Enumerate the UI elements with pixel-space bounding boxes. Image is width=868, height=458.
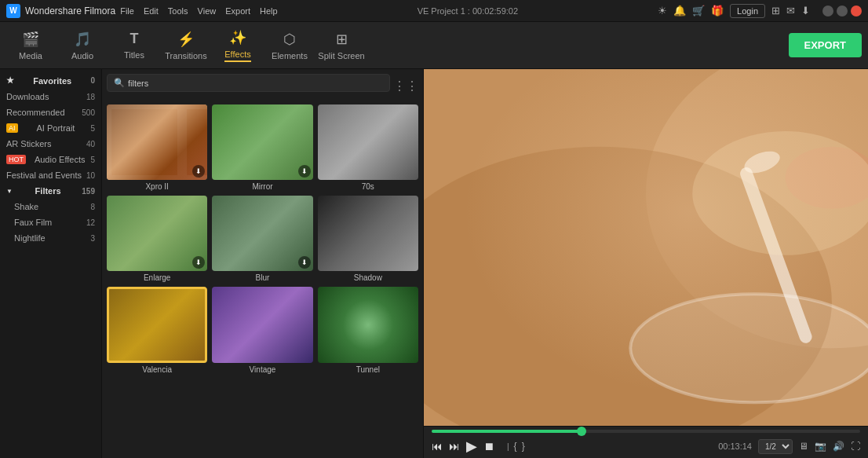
- effect-thumb-xpro: ⬇: [107, 104, 207, 180]
- login-button[interactable]: Login: [730, 4, 765, 18]
- sidebar-item-festival[interactable]: Festival and Events 10: [0, 167, 101, 183]
- close-button[interactable]: [851, 5, 862, 16]
- effects-label: Effects: [224, 49, 250, 62]
- audio-icon: 🎵: [74, 31, 91, 48]
- effect-shadow[interactable]: Shadow: [318, 196, 418, 282]
- svg-rect-4: [739, 166, 814, 345]
- sidebar-item-nightlife[interactable]: Nightlife 3: [0, 230, 101, 246]
- effect-thumb-70s: [318, 104, 418, 180]
- in-point-icon[interactable]: {: [514, 441, 517, 452]
- export-button[interactable]: EXPORT: [789, 33, 862, 57]
- effect-vintage[interactable]: Vintage: [212, 287, 312, 373]
- screenshot-icon[interactable]: 📷: [815, 441, 826, 452]
- effect-name-blur: Blur: [256, 273, 270, 282]
- effect-enlarge[interactable]: ⬇ Enlarge: [107, 196, 207, 282]
- minimize-button[interactable]: [822, 5, 833, 16]
- grid-icon[interactable]: ⊞: [771, 5, 780, 16]
- svg-point-3: [630, 294, 868, 402]
- filters-label: Filters: [35, 186, 61, 196]
- menu-tools[interactable]: Tools: [168, 6, 188, 16]
- skip-back-button[interactable]: ⏮: [432, 440, 443, 453]
- menu-edit[interactable]: Edit: [144, 6, 159, 16]
- quality-select[interactable]: 1/2 1/1 1/4: [758, 439, 793, 454]
- tool-titles[interactable]: T Titles: [110, 24, 159, 67]
- effects-icon: ✨: [229, 29, 246, 46]
- menu-help[interactable]: Help: [260, 6, 278, 16]
- sidebar-item-ai-portrait[interactable]: AI AI Portrait 5: [0, 120, 101, 136]
- mail-icon[interactable]: ✉: [786, 5, 795, 16]
- sidebar-item-shake[interactable]: Shake 8: [0, 199, 101, 214]
- tool-effects[interactable]: ✨ Effects: [213, 24, 262, 67]
- menu-export[interactable]: Export: [225, 6, 250, 16]
- bell-icon[interactable]: 🔔: [673, 5, 686, 16]
- stop-button[interactable]: ⏹: [483, 440, 494, 453]
- effect-blur[interactable]: ⬇ Blur: [212, 196, 312, 282]
- tool-splitscreen[interactable]: ⊞ Split Screen: [317, 24, 366, 67]
- effect-name-mirror: Mirror: [252, 182, 272, 191]
- step-back-button[interactable]: ⏭: [449, 440, 460, 453]
- effect-mirror[interactable]: ⬇ Mirror: [212, 104, 312, 191]
- effect-tunnel[interactable]: Tunnel: [318, 287, 418, 373]
- menu-view[interactable]: View: [198, 6, 217, 16]
- sidebar-item-ar-stickers[interactable]: AR Stickers 40: [0, 136, 101, 152]
- right-controls: | { }: [507, 441, 525, 452]
- tool-transitions[interactable]: ⚡ Transitions: [162, 24, 210, 67]
- sidebar-item-faux-film[interactable]: Faux Film 12: [0, 214, 101, 230]
- effect-valencia[interactable]: Valencia: [107, 287, 207, 373]
- titlebar-controls: ☀ 🔔 🛒 🎁 Login ⊞ ✉ ⬇: [658, 4, 862, 18]
- tool-elements[interactable]: ⬡ Elements: [265, 24, 314, 67]
- effect-name-tunnel: Tunnel: [356, 365, 380, 374]
- cart-icon[interactable]: 🛒: [692, 5, 705, 16]
- effect-name-70s: 70s: [362, 182, 374, 191]
- download-icon-blur: ⬇: [298, 256, 311, 269]
- sidebar-item-audio-effects[interactable]: HOT Audio Effects 5: [0, 152, 101, 167]
- effect-xpro[interactable]: ⬇ Xpro II: [107, 104, 207, 191]
- media-label: Media: [19, 51, 42, 60]
- svg-point-5: [742, 147, 783, 177]
- transitions-icon: ⚡: [177, 31, 195, 48]
- progress-bar[interactable]: [432, 430, 860, 433]
- effect-name-vintage: Vintage: [250, 365, 276, 374]
- search-input[interactable]: [128, 79, 383, 88]
- monitor-icon[interactable]: 🖥: [799, 441, 808, 452]
- out-point-icon[interactable]: }: [522, 441, 525, 452]
- effect-name-xpro: Xpro II: [145, 182, 168, 191]
- festival-label: Festival and Events: [6, 170, 82, 180]
- ai-badge: AI: [6, 123, 18, 133]
- grid-options-icon[interactable]: ⋮⋮: [393, 79, 418, 93]
- play-button[interactable]: ▶: [466, 438, 477, 455]
- search-bar[interactable]: 🔍: [107, 74, 390, 92]
- elements-label: Elements: [272, 51, 308, 60]
- effects-grid-inner: ⬇ Xpro II ⬇ Mirror: [107, 104, 418, 374]
- left-panel: ★ Favorites 0 Downloads 18 Recommended 5…: [0, 69, 424, 458]
- svg-point-2: [424, 147, 832, 426]
- gift-icon[interactable]: 🎁: [711, 5, 724, 16]
- effect-name-enlarge: Enlarge: [144, 273, 170, 282]
- download-icon[interactable]: ⬇: [801, 5, 810, 16]
- app-name: Wondershare Filmora: [25, 5, 115, 16]
- ar-label: AR Stickers: [6, 139, 51, 148]
- tool-media[interactable]: 🎬 Media: [6, 24, 55, 67]
- tool-audio[interactable]: 🎵 Audio: [58, 24, 107, 67]
- transitions-label: Transitions: [165, 51, 206, 60]
- menu-file[interactable]: File: [120, 6, 134, 16]
- effect-70s[interactable]: 70s: [318, 104, 418, 191]
- playback-controls: ⏮ ⏭ ▶ ⏹ | { } 00:13:14 1/2 1/1 1/4 🖥 📷 🔊: [432, 438, 860, 455]
- light-icon[interactable]: ☀: [658, 5, 667, 16]
- effect-thumb-blur: ⬇: [212, 196, 312, 271]
- sidebar-item-filters[interactable]: ▼ Filters 159: [0, 183, 101, 199]
- volume-icon[interactable]: 🔊: [833, 441, 844, 452]
- time-display: 00:13:14: [718, 442, 752, 451]
- filters-arrow-icon: ▼: [6, 188, 13, 195]
- sidebar-item-favorites[interactable]: ★ Favorites 0: [0, 72, 101, 89]
- sidebar-item-recommended[interactable]: Recommended 500: [0, 104, 101, 120]
- ai-portrait-label: AI Portrait: [37, 123, 75, 133]
- sidebar-item-downloads[interactable]: Downloads 18: [0, 89, 101, 104]
- effect-thumb-tunnel: [318, 287, 418, 362]
- nightlife-label: Nightlife: [14, 233, 46, 243]
- shake-label: Shake: [14, 202, 38, 211]
- title-bar: W Wondershare Filmora File Edit Tools Vi…: [0, 0, 868, 22]
- fullscreen-icon[interactable]: ⛶: [851, 441, 860, 452]
- maximize-button[interactable]: [837, 5, 848, 16]
- media-icon: 🎬: [22, 31, 39, 48]
